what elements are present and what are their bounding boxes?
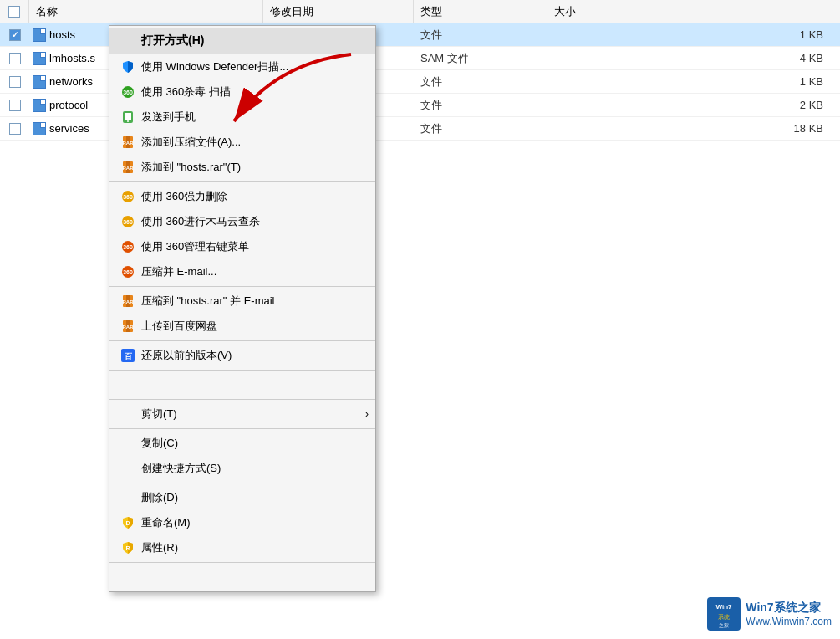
cut-icon [120, 435, 136, 452]
file-checkbox-col [0, 29, 29, 41]
menu-item-scan-defender[interactable]: 使用 Windows Defender扫描... [109, 54, 375, 79]
separator-1 [109, 181, 375, 182]
file-icon-services [33, 122, 46, 135]
separator-8 [109, 562, 375, 563]
restore-icon [120, 376, 136, 393]
table-header: 名称 修改日期 类型 大小 [0, 0, 840, 23]
file-checkbox-hosts[interactable] [9, 29, 21, 41]
header-name-label: 名称 [36, 4, 58, 19]
menu-label-cut: 复制(C) [141, 436, 178, 451]
file-name-lmhosts: lmhosts.s [49, 52, 95, 64]
menu-item-open-with[interactable]: 打开方式(H) [109, 28, 375, 54]
menu-item-zip-email[interactable]: RAR 压缩到 "hosts.rar" 并 E-mail [109, 289, 375, 314]
svg-text:360: 360 [123, 244, 133, 250]
svg-point-4 [127, 120, 129, 122]
file-type-protocol: 文件 [414, 98, 547, 113]
header-checkbox-col [0, 0, 29, 23]
menu-label-zip-email-hosts: 上传到百度网盘 [141, 319, 217, 334]
menu-item-create-shortcut[interactable]: 删除(D) [109, 485, 375, 510]
menu-item-360-free[interactable]: 360 使用 360强力删除 [109, 184, 375, 209]
header-size-col: 大小 [547, 0, 840, 23]
svg-text:系统: 系统 [718, 614, 730, 620]
separator-5 [109, 399, 375, 400]
svg-text:D: D [125, 520, 130, 526]
menu-item-360-delete[interactable]: 360 使用 360进行木马云查杀 [109, 209, 375, 234]
file-checkbox-col [0, 123, 29, 135]
file-size-services: 18 KB [547, 122, 840, 135]
rar-email-hosts-icon: RAR [120, 318, 136, 335]
svg-text:360: 360 [123, 269, 133, 275]
svg-text:RAR: RAR [123, 299, 135, 304]
file-icon-networks [33, 75, 46, 89]
header-type-col: 类型 [414, 0, 547, 23]
menu-item-360-menu[interactable]: 360 压缩并 E-mail... [109, 259, 375, 284]
menu-item-copy[interactable]: 创建快捷方式(S) [109, 456, 375, 481]
menu-item-upload-baidu[interactable]: 百 还原以前的版本(V) [109, 343, 375, 368]
file-checkbox-protocol[interactable] [9, 100, 21, 111]
svg-rect-3 [125, 113, 131, 120]
360orange-icon: 360 [120, 238, 136, 255]
svg-text:RAR: RAR [123, 325, 135, 330]
menu-label-upload-baidu: 还原以前的版本(V) [141, 348, 232, 363]
file-checkbox-networks[interactable] [9, 76, 21, 88]
menu-label-360-trojan: 使用 360管理右键菜单 [141, 239, 249, 254]
open-with-icon [120, 33, 136, 49]
shield-rename-icon: R [120, 539, 136, 556]
menu-label-send-to: 剪切(T) [141, 406, 177, 422]
file-icon-hosts [33, 28, 46, 42]
menu-item-cut[interactable]: 复制(C) [109, 431, 375, 456]
menu-item-scan-360[interactable]: 360 使用 360杀毒 扫描 [109, 79, 375, 105]
separator-2 [109, 286, 375, 287]
rar-icon: RAR [120, 134, 136, 151]
file-checkbox-col [0, 76, 29, 88]
file-size-networks: 1 KB [547, 75, 840, 88]
svg-text:R: R [125, 545, 130, 551]
shortcut-icon [120, 489, 136, 506]
menu-item-add-zip[interactable]: RAR 添加到压缩文件(A)... [109, 130, 375, 155]
file-icon-protocol [33, 99, 46, 112]
menu-item-properties[interactable] [109, 565, 375, 590]
svg-text:百: 百 [125, 352, 133, 360]
context-menu: 打开方式(H) 使用 Windows Defender扫描... 360 使用 … [109, 25, 376, 592]
defender-icon [120, 59, 136, 75]
menu-item-add-zip-hosts[interactable]: RAR 添加到 "hosts.rar"(T) [109, 155, 375, 180]
menu-item-send-phone[interactable]: 发送到手机 [109, 105, 375, 130]
menu-item-delete[interactable]: D 重命名(M) [109, 510, 375, 535]
svg-text:之家: 之家 [719, 622, 729, 628]
file-size-hosts: 1 KB [547, 28, 840, 41]
menu-label-delete: 重命名(M) [141, 515, 191, 530]
file-checkbox-services[interactable] [9, 123, 21, 135]
menu-label-create-shortcut: 删除(D) [141, 490, 178, 505]
header-name-col: 名称 [29, 0, 263, 23]
menu-label-scan-360: 使用 360杀毒 扫描 [141, 84, 231, 100]
menu-item-360-trojan[interactable]: 360 使用 360管理右键菜单 [109, 234, 375, 259]
menu-label-360-free: 使用 360强力删除 [141, 189, 227, 204]
watermark-logo-icon: Win7 系统 之家 [707, 597, 741, 631]
separator-7 [109, 483, 375, 483]
baidu-icon: 百 [120, 347, 136, 364]
shield-delete-icon: D [120, 514, 136, 531]
file-checkbox-col [0, 100, 29, 111]
header-date-col: 修改日期 [263, 0, 414, 23]
properties-icon [120, 569, 136, 585]
send-to-icon [120, 406, 136, 422]
svg-text:360: 360 [123, 89, 133, 95]
menu-item-zip-email-hosts[interactable]: RAR 上传到百度网盘 [109, 314, 375, 339]
header-checkbox[interactable] [8, 6, 20, 18]
svg-text:RAR: RAR [123, 166, 135, 171]
menu-item-rename[interactable]: R 属性(R) [109, 535, 375, 560]
watermark-url: Www.Winwin7.com [746, 616, 832, 627]
file-checkbox-lmhosts[interactable] [9, 53, 21, 64]
menu-item-restore[interactable] [109, 372, 375, 397]
file-type-networks: 文件 [414, 74, 547, 89]
watermark-title: Win7系统之家 [746, 601, 832, 616]
svg-text:360: 360 [123, 194, 133, 200]
separator-4 [109, 370, 375, 371]
menu-item-send-to[interactable]: 剪切(T) › [109, 401, 375, 427]
svg-text:360: 360 [123, 219, 133, 225]
separator-6 [109, 428, 375, 429]
file-name-services: services [49, 122, 89, 135]
360yellow-icon-2: 360 [120, 213, 136, 230]
file-name-hosts: hosts [49, 28, 75, 41]
menu-label-open-with: 打开方式(H) [141, 33, 204, 49]
